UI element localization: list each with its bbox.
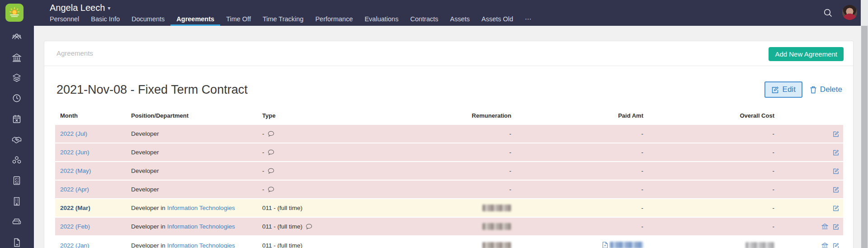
employee-name-dropdown[interactable]: Angela Leech▾ <box>50 3 110 13</box>
table-header-row: Month Position/Department Type Remunerat… <box>55 109 843 122</box>
redacted-remuneration-value <box>482 223 511 230</box>
row-edit-icon[interactable] <box>832 186 840 193</box>
edit-button-label: Edit <box>783 85 796 94</box>
column-header-type: Type <box>257 112 388 119</box>
comment-bubble-icon[interactable] <box>268 168 274 174</box>
paid-amt-value: - <box>512 205 644 211</box>
building-icon[interactable] <box>12 196 22 206</box>
department-link[interactable]: Information Technologies <box>167 242 235 248</box>
overall-cost-value: - <box>644 205 775 211</box>
calendar-x-icon[interactable] <box>12 114 22 124</box>
month-link[interactable]: 2022 (May) <box>60 167 91 174</box>
remuneration-value: - <box>388 130 512 137</box>
tab-evaluations[interactable]: Evaluations <box>359 14 404 26</box>
row-edit-icon[interactable] <box>832 167 840 175</box>
department-link[interactable]: Information Technologies <box>167 205 235 211</box>
position-text: Developer <box>131 167 159 174</box>
page-scrollbar[interactable] <box>861 0 868 248</box>
delete-button-label: Delete <box>820 85 842 94</box>
type-text: 011 - (full time) <box>262 242 302 248</box>
redacted-remuneration-value <box>482 242 511 248</box>
overall-cost-value: - <box>644 149 775 156</box>
profile-tabs: Personnel Basic Info Documents Agreement… <box>44 14 538 26</box>
overall-cost-value: - <box>644 186 775 193</box>
comment-bubble-icon[interactable] <box>268 131 274 137</box>
month-link[interactable]: 2022 (Jul) <box>60 130 87 137</box>
table-row: 2022 (Apr) Developer - - - - <box>55 181 843 199</box>
column-header-overall-cost: Overall Cost <box>644 112 775 119</box>
department-link[interactable]: Information Technologies <box>167 223 235 230</box>
scrollbar-thumb[interactable] <box>861 26 868 248</box>
contract-actions: Edit Delete <box>764 81 842 98</box>
table-row-current-month: 2022 (Mar) Developer inInformation Techn… <box>55 199 843 218</box>
layers-icon[interactable] <box>12 73 22 83</box>
table-row: 2022 (Jul) Developer - - - - <box>55 125 843 143</box>
row-edit-icon[interactable] <box>832 223 840 230</box>
tab-assets[interactable]: Assets <box>444 14 476 26</box>
trash-icon <box>810 86 817 94</box>
type-text: - <box>262 130 264 137</box>
redacted-paid-amt-value <box>610 242 643 248</box>
type-text: 011 - (full time) <box>262 205 302 211</box>
add-new-agreement-button[interactable]: Add New Agreement <box>769 47 844 61</box>
month-link[interactable]: 2022 (Mar) <box>60 205 90 211</box>
checklist-icon[interactable] <box>12 176 22 186</box>
row-bank-icon[interactable] <box>821 223 828 230</box>
position-text: Developer <box>131 130 159 137</box>
row-edit-icon[interactable] <box>832 130 840 138</box>
tab-performance[interactable]: Performance <box>309 14 359 26</box>
remuneration-value: - <box>388 167 512 174</box>
tab-time-tracking[interactable]: Time Tracking <box>257 14 310 26</box>
card-body: 2021-Nov-08 - Fixed Term Contract Edit D… <box>44 66 853 248</box>
bank-icon[interactable] <box>12 52 22 62</box>
comment-bubble-icon[interactable] <box>268 186 274 193</box>
tab-assets-old[interactable]: Assets Old <box>476 14 519 26</box>
comment-bubble-icon[interactable] <box>306 224 312 230</box>
tab-personnel[interactable]: Personnel <box>44 14 85 26</box>
handshake-icon[interactable] <box>12 135 22 145</box>
position-text: Developer in <box>131 223 165 230</box>
row-edit-icon[interactable] <box>832 149 840 156</box>
tab-contracts[interactable]: Contracts <box>404 14 444 26</box>
paid-amt-value: - <box>512 130 644 137</box>
month-link[interactable]: 2022 (Jan) <box>60 242 90 248</box>
tab-more[interactable]: ⋯ <box>519 14 538 26</box>
tab-time-off[interactable]: Time Off <box>220 14 257 26</box>
clock-icon[interactable] <box>12 93 22 103</box>
chevron-down-icon: ▾ <box>108 5 110 11</box>
pdf-file-icon <box>602 242 608 248</box>
search-icon[interactable] <box>823 8 833 18</box>
hard-drive-icon[interactable] <box>12 217 22 227</box>
row-edit-icon[interactable] <box>832 242 840 248</box>
position-text: Developer <box>131 186 159 193</box>
sunrise-logo[interactable] <box>5 4 24 22</box>
month-link[interactable]: 2022 (Apr) <box>60 186 89 193</box>
position-text: Developer in <box>131 242 165 248</box>
delete-button[interactable]: Delete <box>810 85 842 94</box>
contract-title: 2021-Nov-08 - Fixed Term Contract <box>57 83 248 97</box>
tab-agreements[interactable]: Agreements <box>170 14 220 26</box>
edit-button[interactable]: Edit <box>764 81 802 98</box>
comment-bubble-icon[interactable] <box>268 149 274 156</box>
cubes-icon[interactable] <box>12 155 22 165</box>
card-title: Agreements <box>57 49 93 57</box>
tab-documents[interactable]: Documents <box>126 14 170 26</box>
row-edit-icon[interactable] <box>832 205 840 212</box>
document-icon[interactable] <box>12 238 22 248</box>
month-link[interactable]: 2022 (Jun) <box>60 149 90 156</box>
people-group-icon[interactable] <box>12 32 22 42</box>
tab-basic-info[interactable]: Basic Info <box>85 14 126 26</box>
paid-amount-document-link[interactable] <box>602 242 643 248</box>
redacted-overall-cost-value <box>745 242 774 248</box>
type-text: 011 - (full time) <box>262 223 302 230</box>
column-header-paid-amt: Paid Amt <box>512 112 644 119</box>
employee-name: Angela Leech <box>50 3 105 13</box>
agreements-card: Agreements Add New Agreement 2021-Nov-08… <box>44 41 854 248</box>
user-avatar[interactable] <box>842 5 857 20</box>
month-link[interactable]: 2022 (Feb) <box>60 223 90 230</box>
column-header-month: Month <box>55 112 126 119</box>
redacted-remuneration-value <box>482 205 511 211</box>
row-bank-icon[interactable] <box>821 242 828 248</box>
agreement-months-table: Month Position/Department Type Remunerat… <box>55 109 843 248</box>
column-header-remuneration: Remuneration <box>388 112 512 119</box>
